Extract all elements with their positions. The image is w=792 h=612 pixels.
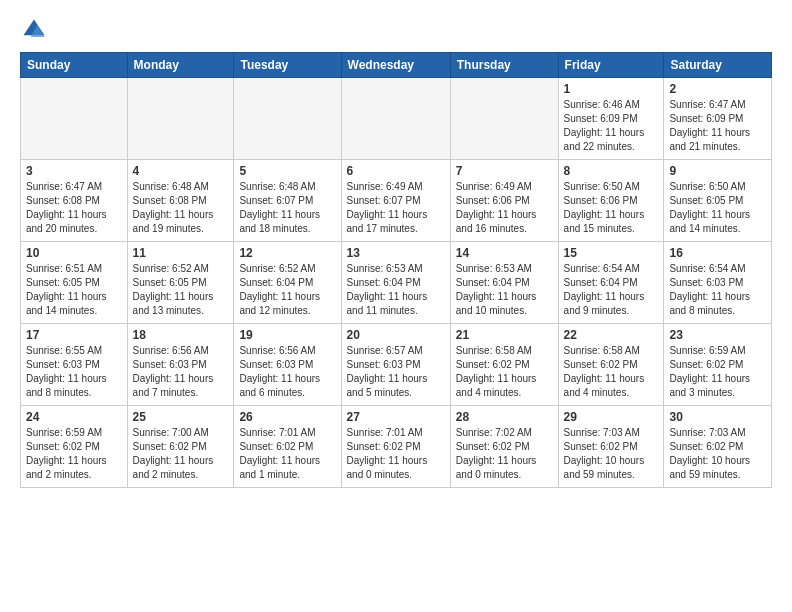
day-info: Sunrise: 6:52 AMSunset: 6:05 PMDaylight:…	[133, 262, 229, 318]
day-info: Sunrise: 6:55 AMSunset: 6:03 PMDaylight:…	[26, 344, 122, 400]
day-info: Sunrise: 7:01 AMSunset: 6:02 PMDaylight:…	[239, 426, 335, 482]
calendar-cell: 15Sunrise: 6:54 AMSunset: 6:04 PMDayligh…	[558, 242, 664, 324]
day-info: Sunrise: 6:48 AMSunset: 6:07 PMDaylight:…	[239, 180, 335, 236]
day-number: 22	[564, 328, 659, 342]
day-number: 10	[26, 246, 122, 260]
calendar-cell: 18Sunrise: 6:56 AMSunset: 6:03 PMDayligh…	[127, 324, 234, 406]
calendar-cell: 24Sunrise: 6:59 AMSunset: 6:02 PMDayligh…	[21, 406, 128, 488]
day-info: Sunrise: 7:01 AMSunset: 6:02 PMDaylight:…	[347, 426, 445, 482]
day-number: 4	[133, 164, 229, 178]
calendar-cell: 28Sunrise: 7:02 AMSunset: 6:02 PMDayligh…	[450, 406, 558, 488]
day-number: 11	[133, 246, 229, 260]
calendar-cell: 10Sunrise: 6:51 AMSunset: 6:05 PMDayligh…	[21, 242, 128, 324]
day-number: 26	[239, 410, 335, 424]
day-number: 15	[564, 246, 659, 260]
calendar-cell: 6Sunrise: 6:49 AMSunset: 6:07 PMDaylight…	[341, 160, 450, 242]
day-number: 9	[669, 164, 766, 178]
calendar-cell: 25Sunrise: 7:00 AMSunset: 6:02 PMDayligh…	[127, 406, 234, 488]
day-number: 13	[347, 246, 445, 260]
calendar-cell: 26Sunrise: 7:01 AMSunset: 6:02 PMDayligh…	[234, 406, 341, 488]
day-info: Sunrise: 6:56 AMSunset: 6:03 PMDaylight:…	[133, 344, 229, 400]
day-info: Sunrise: 6:52 AMSunset: 6:04 PMDaylight:…	[239, 262, 335, 318]
day-info: Sunrise: 7:00 AMSunset: 6:02 PMDaylight:…	[133, 426, 229, 482]
day-info: Sunrise: 7:03 AMSunset: 6:02 PMDaylight:…	[564, 426, 659, 482]
calendar-cell	[341, 78, 450, 160]
day-info: Sunrise: 6:46 AMSunset: 6:09 PMDaylight:…	[564, 98, 659, 154]
day-info: Sunrise: 6:57 AMSunset: 6:03 PMDaylight:…	[347, 344, 445, 400]
day-info: Sunrise: 7:03 AMSunset: 6:02 PMDaylight:…	[669, 426, 766, 482]
day-number: 14	[456, 246, 553, 260]
calendar-cell: 12Sunrise: 6:52 AMSunset: 6:04 PMDayligh…	[234, 242, 341, 324]
day-number: 16	[669, 246, 766, 260]
day-info: Sunrise: 6:59 AMSunset: 6:02 PMDaylight:…	[669, 344, 766, 400]
day-info: Sunrise: 6:47 AMSunset: 6:09 PMDaylight:…	[669, 98, 766, 154]
week-row-5: 24Sunrise: 6:59 AMSunset: 6:02 PMDayligh…	[21, 406, 772, 488]
calendar-cell	[21, 78, 128, 160]
day-number: 24	[26, 410, 122, 424]
day-info: Sunrise: 6:54 AMSunset: 6:03 PMDaylight:…	[669, 262, 766, 318]
day-info: Sunrise: 6:49 AMSunset: 6:07 PMDaylight:…	[347, 180, 445, 236]
calendar-cell: 27Sunrise: 7:01 AMSunset: 6:02 PMDayligh…	[341, 406, 450, 488]
day-number: 28	[456, 410, 553, 424]
day-info: Sunrise: 6:53 AMSunset: 6:04 PMDaylight:…	[456, 262, 553, 318]
day-info: Sunrise: 6:58 AMSunset: 6:02 PMDaylight:…	[456, 344, 553, 400]
day-number: 12	[239, 246, 335, 260]
calendar-cell: 7Sunrise: 6:49 AMSunset: 6:06 PMDaylight…	[450, 160, 558, 242]
day-info: Sunrise: 6:56 AMSunset: 6:03 PMDaylight:…	[239, 344, 335, 400]
calendar-cell: 16Sunrise: 6:54 AMSunset: 6:03 PMDayligh…	[664, 242, 772, 324]
logo	[20, 16, 52, 44]
day-info: Sunrise: 6:54 AMSunset: 6:04 PMDaylight:…	[564, 262, 659, 318]
day-info: Sunrise: 6:50 AMSunset: 6:05 PMDaylight:…	[669, 180, 766, 236]
day-info: Sunrise: 7:02 AMSunset: 6:02 PMDaylight:…	[456, 426, 553, 482]
calendar-cell: 14Sunrise: 6:53 AMSunset: 6:04 PMDayligh…	[450, 242, 558, 324]
day-info: Sunrise: 6:59 AMSunset: 6:02 PMDaylight:…	[26, 426, 122, 482]
calendar-cell: 11Sunrise: 6:52 AMSunset: 6:05 PMDayligh…	[127, 242, 234, 324]
day-info: Sunrise: 6:47 AMSunset: 6:08 PMDaylight:…	[26, 180, 122, 236]
weekday-header-wednesday: Wednesday	[341, 53, 450, 78]
calendar-cell: 29Sunrise: 7:03 AMSunset: 6:02 PMDayligh…	[558, 406, 664, 488]
calendar-cell	[234, 78, 341, 160]
day-info: Sunrise: 6:50 AMSunset: 6:06 PMDaylight:…	[564, 180, 659, 236]
calendar-cell: 8Sunrise: 6:50 AMSunset: 6:06 PMDaylight…	[558, 160, 664, 242]
day-number: 27	[347, 410, 445, 424]
day-info: Sunrise: 6:49 AMSunset: 6:06 PMDaylight:…	[456, 180, 553, 236]
weekday-header-monday: Monday	[127, 53, 234, 78]
weekday-header-friday: Friday	[558, 53, 664, 78]
day-number: 8	[564, 164, 659, 178]
day-number: 3	[26, 164, 122, 178]
day-number: 25	[133, 410, 229, 424]
calendar-cell: 3Sunrise: 6:47 AMSunset: 6:08 PMDaylight…	[21, 160, 128, 242]
day-number: 21	[456, 328, 553, 342]
week-row-4: 17Sunrise: 6:55 AMSunset: 6:03 PMDayligh…	[21, 324, 772, 406]
day-number: 17	[26, 328, 122, 342]
week-row-1: 1Sunrise: 6:46 AMSunset: 6:09 PMDaylight…	[21, 78, 772, 160]
day-number: 18	[133, 328, 229, 342]
calendar-cell: 9Sunrise: 6:50 AMSunset: 6:05 PMDaylight…	[664, 160, 772, 242]
logo-icon	[20, 16, 48, 44]
day-number: 29	[564, 410, 659, 424]
calendar-cell: 4Sunrise: 6:48 AMSunset: 6:08 PMDaylight…	[127, 160, 234, 242]
weekday-header-sunday: Sunday	[21, 53, 128, 78]
day-number: 20	[347, 328, 445, 342]
calendar-cell: 2Sunrise: 6:47 AMSunset: 6:09 PMDaylight…	[664, 78, 772, 160]
day-number: 1	[564, 82, 659, 96]
calendar-cell	[127, 78, 234, 160]
day-info: Sunrise: 6:58 AMSunset: 6:02 PMDaylight:…	[564, 344, 659, 400]
day-number: 5	[239, 164, 335, 178]
calendar-cell: 30Sunrise: 7:03 AMSunset: 6:02 PMDayligh…	[664, 406, 772, 488]
calendar-cell: 13Sunrise: 6:53 AMSunset: 6:04 PMDayligh…	[341, 242, 450, 324]
week-row-2: 3Sunrise: 6:47 AMSunset: 6:08 PMDaylight…	[21, 160, 772, 242]
header	[20, 16, 772, 44]
day-number: 7	[456, 164, 553, 178]
calendar-cell: 19Sunrise: 6:56 AMSunset: 6:03 PMDayligh…	[234, 324, 341, 406]
day-info: Sunrise: 6:48 AMSunset: 6:08 PMDaylight:…	[133, 180, 229, 236]
calendar: SundayMondayTuesdayWednesdayThursdayFrid…	[20, 52, 772, 488]
day-info: Sunrise: 6:51 AMSunset: 6:05 PMDaylight:…	[26, 262, 122, 318]
calendar-cell: 20Sunrise: 6:57 AMSunset: 6:03 PMDayligh…	[341, 324, 450, 406]
weekday-header-saturday: Saturday	[664, 53, 772, 78]
calendar-cell: 17Sunrise: 6:55 AMSunset: 6:03 PMDayligh…	[21, 324, 128, 406]
calendar-cell: 5Sunrise: 6:48 AMSunset: 6:07 PMDaylight…	[234, 160, 341, 242]
calendar-cell: 21Sunrise: 6:58 AMSunset: 6:02 PMDayligh…	[450, 324, 558, 406]
weekday-header-row: SundayMondayTuesdayWednesdayThursdayFrid…	[21, 53, 772, 78]
calendar-cell: 23Sunrise: 6:59 AMSunset: 6:02 PMDayligh…	[664, 324, 772, 406]
